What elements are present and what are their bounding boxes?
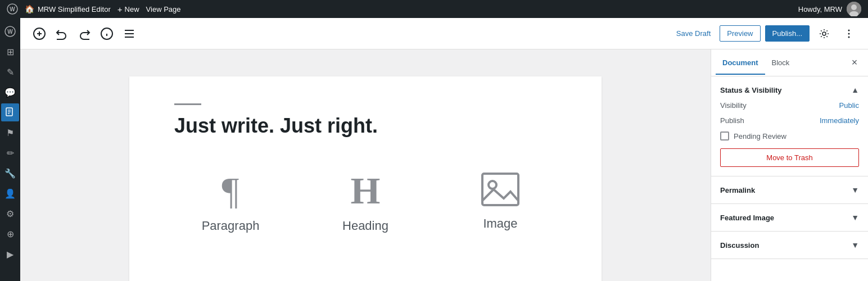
featured-image-section: Featured Image ▼ — [711, 204, 868, 232]
avatar[interactable] — [847, 2, 861, 16]
editor-content[interactable]: Just write. Just right. ¶ Paragraph H He… — [20, 49, 711, 281]
visibility-row: Visibility Public — [720, 101, 859, 110]
featured-image-chevron-icon: ▼ — [851, 213, 859, 222]
settings-button[interactable] — [814, 24, 834, 44]
page-title[interactable]: Just write. Just right. — [174, 114, 557, 138]
editor-page: Just write. Just right. ¶ Paragraph H He… — [129, 76, 602, 281]
permalink-title: Permalink — [720, 186, 755, 194]
image-block[interactable]: Image — [444, 171, 557, 233]
sidebar-dashboard-icon[interactable]: ⊞ — [1, 43, 19, 61]
permalink-chevron-icon: ▼ — [851, 185, 859, 194]
info-button[interactable] — [97, 24, 117, 44]
svg-point-23 — [848, 36, 850, 38]
svg-point-3 — [851, 4, 857, 10]
publish-button[interactable]: Publish... — [765, 25, 810, 42]
svg-text:W: W — [10, 6, 15, 12]
discussion-chevron-icon: ▼ — [851, 241, 859, 250]
move-to-trash-button[interactable]: Move to Trash — [720, 148, 859, 167]
wp-logo-icon[interactable]: W — [7, 3, 18, 15]
status-visibility-section: Status & Visibility ▲ Visibility Public … — [711, 76, 868, 176]
editor-layout: W ⊞ ✎ 💬 ⚑ ✏ 🔧 👤 ⚙ ⊕ ▶ — [0, 18, 868, 281]
admin-bar-right: Howdy, MRW — [798, 2, 861, 16]
save-draft-button[interactable]: Save Draft — [672, 26, 715, 41]
discussion-title: Discussion — [720, 241, 759, 250]
publish-value[interactable]: Immediately — [820, 116, 859, 125]
sidebar-pages-icon[interactable] — [1, 103, 19, 121]
tab-document[interactable]: Document — [716, 52, 765, 75]
list-view-button[interactable] — [119, 24, 139, 44]
heading-icon: H — [351, 171, 381, 210]
sidebar-feedback-icon[interactable]: ⚑ — [1, 124, 19, 142]
more-options-button[interactable] — [839, 24, 859, 44]
sidebar-tools-icon[interactable]: 🔧 — [1, 164, 19, 182]
block-grid: ¶ Paragraph H Heading — [174, 160, 557, 233]
permalink-section: Permalink ▼ — [711, 176, 868, 204]
view-page-link[interactable]: View Page — [146, 5, 181, 13]
sidebar-play-icon[interactable]: ▶ — [1, 245, 19, 263]
svg-text:W: W — [7, 29, 13, 35]
pending-review-row: Pending Review — [720, 132, 859, 140]
pending-review-label: Pending Review — [734, 132, 786, 140]
left-sidebar: W ⊞ ✎ 💬 ⚑ ✏ 🔧 👤 ⚙ ⊕ ▶ — [0, 18, 20, 281]
featured-image-header[interactable]: Featured Image ▼ — [720, 213, 859, 222]
panel-close-button[interactable]: × — [846, 54, 864, 72]
site-name[interactable]: 🏠 MRW Simplified Editor — [25, 4, 111, 13]
discussion-header[interactable]: Discussion ▼ — [720, 241, 859, 250]
pending-review-checkbox[interactable] — [720, 132, 729, 140]
publish-row: Publish Immediately — [720, 116, 859, 125]
sidebar-integration-icon[interactable]: ⊕ — [1, 225, 19, 243]
visibility-value[interactable]: Public — [839, 101, 859, 110]
undo-button[interactable] — [52, 24, 72, 44]
discussion-section: Discussion ▼ — [711, 232, 868, 259]
add-block-button[interactable] — [29, 24, 49, 44]
status-section-title: Status & Visibility — [720, 86, 782, 94]
permalink-header[interactable]: Permalink ▼ — [720, 185, 859, 194]
preview-button[interactable]: Preview — [720, 25, 760, 42]
heading-label: Heading — [342, 219, 388, 233]
redo-button[interactable] — [74, 24, 94, 44]
editor-and-panel: Save Draft Preview Publish... Just write… — [20, 18, 868, 281]
admin-bar: W 🏠 MRW Simplified Editor + New View Pag… — [0, 0, 868, 18]
svg-point-25 — [489, 181, 496, 189]
paragraph-label: Paragraph — [202, 219, 260, 233]
paragraph-block[interactable]: ¶ Paragraph — [174, 171, 287, 233]
sidebar-wp-icon[interactable]: W — [1, 22, 19, 40]
status-section-header[interactable]: Status & Visibility ▲ — [720, 85, 859, 94]
sidebar-posts-icon[interactable]: ✎ — [1, 63, 19, 81]
sidebar-comments-icon[interactable]: 💬 — [1, 83, 19, 101]
tab-block[interactable]: Block — [765, 52, 797, 75]
svg-point-20 — [822, 32, 826, 35]
status-chevron-icon: ▲ — [851, 85, 859, 94]
editor-toolbar-right: Save Draft Preview Publish... — [672, 24, 859, 44]
publish-label: Publish — [720, 116, 744, 125]
panel-tabs: Document Block × — [711, 49, 868, 76]
editor-inner: Just write. Just right. ¶ Paragraph H He… — [20, 49, 868, 281]
title-line — [174, 103, 201, 105]
sidebar-settings-icon[interactable]: ⚙ — [1, 205, 19, 223]
editor-top-bar: Save Draft Preview Publish... — [20, 18, 868, 49]
svg-rect-24 — [482, 174, 518, 205]
sidebar-pencil-icon[interactable]: ✏ — [1, 144, 19, 162]
paragraph-icon: ¶ — [222, 171, 239, 210]
visibility-label: Visibility — [720, 101, 747, 110]
svg-point-21 — [848, 29, 850, 31]
image-icon — [480, 171, 521, 207]
image-label: Image — [483, 216, 517, 231]
right-panel: Document Block × Status & Visibility ▲ V… — [711, 49, 868, 281]
new-button[interactable]: + New — [117, 4, 139, 14]
svg-point-22 — [848, 33, 850, 34]
heading-block[interactable]: H Heading — [309, 171, 422, 233]
featured-image-title: Featured Image — [720, 214, 774, 222]
editor-toolbar-actions — [29, 24, 139, 44]
sidebar-users-icon[interactable]: 👤 — [1, 184, 19, 202]
